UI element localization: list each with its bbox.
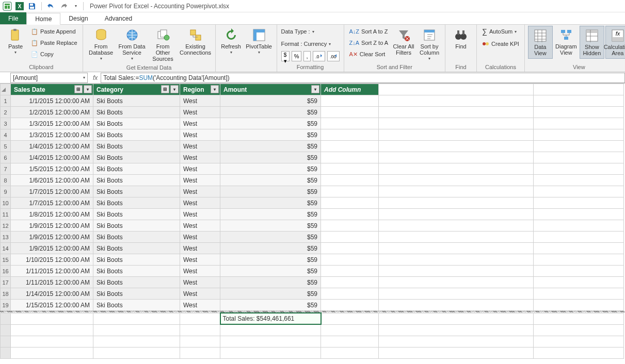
cell-region[interactable]: West xyxy=(180,300,220,311)
from-database-button[interactable]: From Database▾ xyxy=(86,26,116,63)
cell-region[interactable]: West xyxy=(180,141,220,152)
refresh-button[interactable]: Refresh▾ xyxy=(219,26,244,57)
cell-amount[interactable]: $59 xyxy=(220,129,321,141)
cell-sales-date[interactable]: 1/9/2015 12:00:00 AM xyxy=(11,231,93,243)
cell-region[interactable]: West xyxy=(180,209,220,220)
cell-amount[interactable]: $59 xyxy=(220,300,321,311)
row-header[interactable]: 5 xyxy=(1,141,11,152)
row-header[interactable]: 7 xyxy=(1,163,11,175)
existing-connections-button[interactable]: Existing Connections xyxy=(179,26,212,58)
sort-by-column-button[interactable]: Sort by Column▾ xyxy=(417,26,442,63)
cell-region[interactable]: West xyxy=(180,266,220,277)
tab-design[interactable]: Design xyxy=(60,12,96,24)
cell-sales-date[interactable]: 1/7/2015 12:00:00 AM xyxy=(11,197,93,209)
column-header-category[interactable]: Category ⊞ ▾ xyxy=(93,84,180,95)
cell-category[interactable]: Ski Boots xyxy=(93,118,180,129)
row-header[interactable]: 13 xyxy=(1,231,11,243)
cell-category[interactable]: Ski Boots xyxy=(93,107,180,118)
cell-region[interactable]: West xyxy=(180,220,220,231)
cell-sales-date[interactable]: 1/11/2015 12:00:00 AM xyxy=(11,277,93,288)
row-header[interactable]: 17 xyxy=(1,277,11,288)
save-icon[interactable] xyxy=(27,1,37,11)
row-header[interactable]: 3 xyxy=(1,118,11,129)
format-dropdown[interactable]: ▾ xyxy=(329,42,331,46)
row-header[interactable]: 11 xyxy=(1,209,11,220)
decrease-decimal-button[interactable]: .00 xyxy=(327,51,340,61)
row-header[interactable]: 10 xyxy=(1,197,11,209)
row-header[interactable]: 12 xyxy=(1,220,11,231)
cell-region[interactable]: West xyxy=(180,95,220,107)
cell-category[interactable]: Ski Boots xyxy=(93,95,180,107)
cell-sales-date[interactable]: 1/3/2015 12:00:00 AM xyxy=(11,129,93,141)
cell-amount[interactable]: $59 xyxy=(220,118,321,129)
cell-sales-date[interactable]: 1/10/2015 12:00:00 AM xyxy=(11,254,93,266)
select-all-corner[interactable] xyxy=(1,84,11,95)
find-button[interactable]: Find xyxy=(448,26,473,52)
relation-icon[interactable]: ⊞ xyxy=(74,85,83,93)
cell-category[interactable]: Ski Boots xyxy=(93,243,180,254)
cell-region[interactable]: West xyxy=(180,118,220,129)
cell-region[interactable]: West xyxy=(180,186,220,197)
cell-category[interactable]: Ski Boots xyxy=(93,141,180,152)
name-box[interactable]: [Amount] ▾ xyxy=(10,73,88,83)
cell-amount[interactable]: $59 xyxy=(220,163,321,175)
cell-region[interactable]: West xyxy=(180,288,220,300)
cell-amount[interactable]: $59 xyxy=(220,141,321,152)
cell-amount[interactable]: $59 xyxy=(220,186,321,197)
cell-amount[interactable]: $59 xyxy=(220,175,321,186)
fx-icon[interactable]: fx xyxy=(93,74,98,81)
cell-amount[interactable]: $59 xyxy=(220,277,321,288)
row-header[interactable]: 2 xyxy=(1,107,11,118)
from-data-service-button[interactable]: From Data Service▾ xyxy=(117,26,147,63)
increase-decimal-button[interactable]: .0 xyxy=(313,51,325,61)
row-header[interactable]: 4 xyxy=(1,129,11,141)
cell-category[interactable]: Ski Boots xyxy=(93,266,180,277)
cell-sales-date[interactable]: 1/9/2015 12:00:00 AM xyxy=(11,220,93,231)
row-header[interactable]: 15 xyxy=(1,254,11,266)
column-header-sales-date[interactable]: Sales Date ⊞ ▾ xyxy=(11,84,93,95)
pivottable-button[interactable]: PivotTable▾ xyxy=(245,26,274,57)
cell-amount[interactable]: $59 xyxy=(220,243,321,254)
row-header[interactable]: 9 xyxy=(1,186,11,197)
cell-sales-date[interactable]: 1/2/2015 12:00:00 AM xyxy=(11,107,93,118)
row-header[interactable]: 14 xyxy=(1,243,11,254)
redo-icon[interactable] xyxy=(58,1,69,11)
filter-icon[interactable]: ▾ xyxy=(311,85,319,93)
from-other-sources-button[interactable]: From Other Sources xyxy=(148,26,178,64)
cell-category[interactable]: Ski Boots xyxy=(93,197,180,209)
cell-sales-date[interactable]: 1/15/2015 12:00:00 AM xyxy=(11,300,93,311)
column-header-region[interactable]: Region ▾ xyxy=(180,84,220,95)
cell-amount[interactable]: $59 xyxy=(220,266,321,277)
cell-category[interactable]: Ski Boots xyxy=(93,186,180,197)
cell-region[interactable]: West xyxy=(180,243,220,254)
measure-cell-total-sales[interactable]: Total Sales: $549,461,661 xyxy=(220,313,321,324)
cell-amount[interactable]: $59 xyxy=(220,209,321,220)
cell-sales-date[interactable]: 1/14/2015 12:00:00 AM xyxy=(11,288,93,300)
cell-amount[interactable]: $59 xyxy=(220,231,321,243)
row-header[interactable]: 18 xyxy=(1,288,11,300)
autosum-button[interactable]: ∑AutoSum▾ xyxy=(480,26,519,37)
undo-icon[interactable] xyxy=(46,1,56,11)
cell-sales-date[interactable]: 1/7/2015 12:00:00 AM xyxy=(11,186,93,197)
cell-category[interactable]: Ski Boots xyxy=(93,209,180,220)
cell-sales-date[interactable]: 1/1/2015 12:00:00 AM xyxy=(11,95,93,107)
cell-category[interactable]: Ski Boots xyxy=(93,231,180,243)
cell-sales-date[interactable]: 1/9/2015 12:00:00 AM xyxy=(11,243,93,254)
cell-region[interactable]: West xyxy=(180,107,220,118)
cell-category[interactable]: Ski Boots xyxy=(93,288,180,300)
calculation-area-button[interactable]: fx Calculation Area xyxy=(605,26,625,59)
cell-sales-date[interactable]: 1/4/2015 12:00:00 AM xyxy=(11,152,93,163)
cell-region[interactable]: West xyxy=(180,197,220,209)
row-header[interactable]: 6 xyxy=(1,152,11,163)
cell-sales-date[interactable]: 1/11/2015 12:00:00 AM xyxy=(11,266,93,277)
cell-amount[interactable]: $59 xyxy=(220,107,321,118)
relation-icon[interactable]: ⊞ xyxy=(161,85,169,93)
create-kpi-button[interactable]: Create KPI xyxy=(480,38,521,49)
paste-append-button[interactable]: 📋Paste Append xyxy=(29,26,79,37)
comma-button[interactable]: , xyxy=(303,51,310,61)
paste-button[interactable]: Paste ▾ xyxy=(3,26,28,57)
diagram-view-button[interactable]: Diagram View xyxy=(554,26,579,58)
cell-category[interactable]: Ski Boots xyxy=(93,163,180,175)
sort-za-button[interactable]: Z↓ASort Z to A xyxy=(347,37,391,48)
column-header-amount[interactable]: Amount ▾ xyxy=(220,84,321,95)
